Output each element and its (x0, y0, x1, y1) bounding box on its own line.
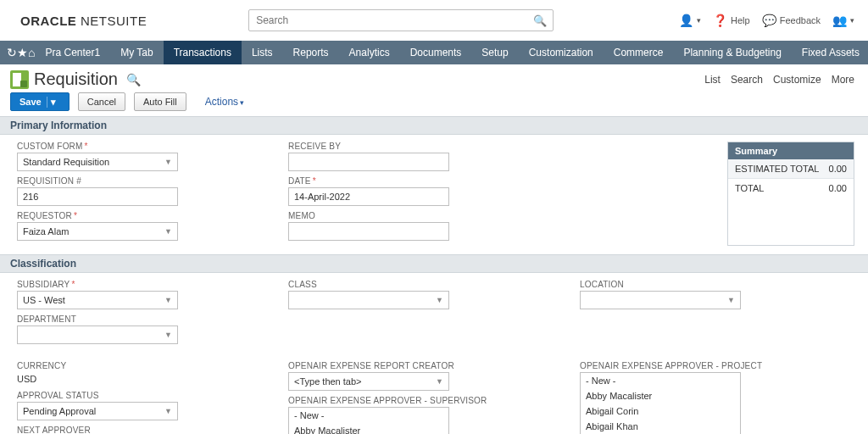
list-item[interactable]: Abby Macalister (581, 388, 740, 403)
oa-project-listbox[interactable]: - New - Abby Macalister Abigail Corin Ab… (580, 372, 741, 434)
date-input[interactable] (288, 187, 449, 206)
brand-logo: ORACLE NETSUITE (20, 14, 147, 28)
department-select[interactable]: ▼ (17, 326, 178, 344)
global-search-input[interactable] (248, 9, 554, 31)
summary-row-estimated: ESTIMATED TOTAL0.00 (728, 159, 854, 179)
cancel-button[interactable]: Cancel (78, 92, 125, 111)
chevron-down-icon: ▼ (164, 158, 172, 166)
favorites-icon[interactable]: ★ (17, 41, 28, 64)
chevron-down-icon: ▼ (436, 377, 443, 386)
list-item[interactable]: - New - (289, 408, 448, 423)
nav-item-5[interactable]: Analytics (339, 41, 400, 64)
nav-item-7[interactable]: Setup (471, 41, 518, 64)
save-dropdown-icon[interactable]: ▾ (47, 97, 60, 108)
auto-fill-button[interactable]: Auto Fill (134, 92, 186, 111)
record-type-icon (10, 70, 29, 89)
requestor-label: REQUESTOR* (17, 211, 271, 220)
list-item[interactable]: Abby Macalister (289, 423, 448, 434)
summary-title: Summary (728, 142, 854, 159)
head-link-more[interactable]: More (832, 74, 854, 86)
nav-item-10[interactable]: Planning & Budgeting (673, 41, 791, 64)
section-primary-info: Primary Information (0, 116, 868, 135)
head-link-search[interactable]: Search (731, 74, 763, 86)
oa-project-label: OPENAIR EXPENSE APPROVER - PROJECT (580, 361, 854, 370)
chevron-down-icon: ▼ (164, 407, 172, 415)
oa-creator-select[interactable]: <Type then tab>▼ (288, 372, 449, 391)
recent-records-icon[interactable]: ↻ (7, 41, 17, 64)
user-menu[interactable]: 👥▾ (832, 14, 854, 27)
nav-item-2[interactable]: Transactions (164, 41, 242, 64)
feedback-link[interactable]: 💬Feedback (762, 14, 821, 27)
nav-item-9[interactable]: Commerce (604, 41, 674, 64)
class-select[interactable]: ▼ (288, 291, 449, 309)
memo-input[interactable] (288, 222, 449, 241)
role-switcher[interactable]: 👤▾ (679, 14, 701, 27)
save-button[interactable]: Save▾ (10, 92, 70, 111)
section-classification: Classification (0, 254, 868, 273)
chevron-down-icon: ▼ (164, 296, 172, 304)
head-link-customize[interactable]: Customize (773, 74, 821, 86)
summary-box: Summary ESTIMATED TOTAL0.00 TOTAL0.00 (727, 142, 854, 246)
main-nav: ↻ ★ ⌂ Pra Center1 My Tab Transactions Li… (0, 41, 868, 64)
chevron-down-icon: ▼ (436, 296, 443, 304)
nav-item-11[interactable]: Fixed Assets (792, 41, 868, 64)
receive-by-label: RECEIVE BY (288, 142, 693, 151)
nav-item-3[interactable]: Lists (242, 41, 283, 64)
list-item[interactable]: Abigail Corin (581, 403, 740, 419)
chevron-down-icon: ▼ (164, 227, 172, 236)
list-item[interactable]: - New - (581, 373, 740, 388)
custom-form-label: CUSTOM FORM* (17, 142, 271, 151)
subsidiary-label: SUBSIDIARY* (17, 280, 271, 289)
location-label: LOCATION (580, 280, 854, 289)
memo-label: MEMO (288, 211, 693, 220)
list-item[interactable]: Abigail Khan (581, 419, 740, 434)
nav-item-0[interactable]: Pra Center1 (35, 41, 110, 64)
date-label: DATE* (288, 176, 693, 186)
nav-item-6[interactable]: Documents (400, 41, 472, 64)
page-search-icon[interactable]: 🔍 (126, 73, 141, 86)
search-icon[interactable]: 🔍 (533, 14, 547, 27)
currency-value: USD (17, 372, 271, 386)
oa-creator-label: OPENAIR EXPENSE REPORT CREATOR (288, 361, 563, 370)
approval-status-select[interactable]: Pending Approval▼ (17, 402, 178, 420)
location-select[interactable]: ▼ (580, 291, 741, 309)
receive-by-input[interactable] (288, 153, 449, 171)
help-link[interactable]: ❓Help (713, 14, 750, 27)
nav-item-1[interactable]: My Tab (110, 41, 163, 64)
head-link-list[interactable]: List (704, 74, 721, 86)
actions-menu[interactable]: Actions▾ (205, 96, 244, 108)
nav-item-8[interactable]: Customization (519, 41, 604, 64)
next-approver-label: NEXT APPROVER (17, 426, 271, 434)
page-title: Requisition (34, 70, 118, 89)
approval-status-label: APPROVAL STATUS (17, 391, 271, 400)
requestor-select[interactable]: Faiza Alam▼ (17, 222, 178, 241)
subsidiary-select[interactable]: US - West▼ (17, 291, 178, 309)
requisition-no-input[interactable] (17, 187, 178, 206)
oa-supervisor-listbox[interactable]: - New - Abby Macalister Abigail Corin Ab… (288, 407, 449, 434)
summary-row-total: TOTAL0.00 (728, 179, 854, 198)
home-icon[interactable]: ⌂ (28, 41, 35, 64)
oa-supervisor-label: OPENAIR EXPENSE APPROVER - SUPERVISOR (288, 396, 563, 405)
nav-item-4[interactable]: Reports (283, 41, 339, 64)
custom-form-select[interactable]: Standard Requisition▼ (17, 153, 178, 171)
class-label: CLASS (288, 280, 563, 289)
requisition-no-label: REQUISITION # (17, 176, 271, 186)
chevron-down-icon: ▼ (164, 331, 172, 339)
department-label: DEPARTMENT (17, 314, 271, 324)
currency-label: CURRENCY (17, 361, 271, 370)
chevron-down-icon: ▼ (727, 296, 735, 304)
